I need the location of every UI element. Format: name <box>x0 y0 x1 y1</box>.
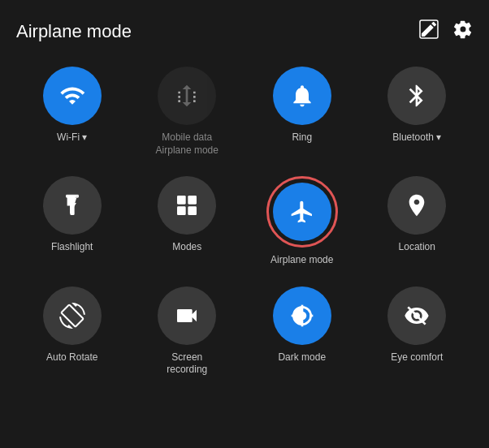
flashlight-circle <box>43 176 102 235</box>
tile-eye-comfort[interactable]: Eye comfort <box>361 286 474 377</box>
flashlight-label: Flashlight <box>51 241 93 254</box>
airplane-label: Airplane mode <box>270 254 333 267</box>
modes-circle <box>158 176 216 235</box>
svg-rect-1 <box>66 195 79 198</box>
wifi-label: Wi-Fi ▾ <box>57 131 87 144</box>
bluetooth-label: Bluetooth ▾ <box>392 131 441 144</box>
tile-ring[interactable]: Ring <box>246 67 358 157</box>
modes-label: Modes <box>172 241 201 254</box>
header-actions <box>419 19 473 44</box>
svg-point-9 <box>301 314 304 317</box>
eye-comfort-label: Eye comfort <box>391 351 443 364</box>
settings-icon[interactable] <box>453 19 473 44</box>
edit-icon[interactable] <box>419 19 439 44</box>
screen-recording-circle <box>158 286 216 345</box>
tile-bluetooth[interactable]: Bluetooth ▾ <box>361 67 474 157</box>
svg-rect-6 <box>188 207 197 216</box>
tiles-grid: Wi-Fi ▾ Mobile dataAirplane mode Ring Bl… <box>16 67 473 377</box>
tile-dark-mode[interactable]: Dark mode <box>246 286 358 377</box>
tile-modes[interactable]: Modes <box>132 176 244 267</box>
svg-rect-3 <box>177 196 186 205</box>
eye-comfort-circle <box>387 286 446 345</box>
tile-mobile-data[interactable]: Mobile dataAirplane mode <box>132 67 244 157</box>
auto-rotate-label: Auto Rotate <box>46 351 97 364</box>
header: Airplane mode <box>16 19 473 44</box>
location-label: Location <box>399 241 435 254</box>
svg-rect-4 <box>188 196 197 205</box>
tile-location[interactable]: Location <box>361 176 474 267</box>
airplane-circle <box>273 183 331 241</box>
mobile-data-label: Mobile dataAirplane mode <box>156 131 219 157</box>
location-circle <box>387 176 446 235</box>
ring-circle <box>273 67 331 125</box>
tile-airplane[interactable]: Airplane mode <box>246 176 358 267</box>
ring-label: Ring <box>292 131 312 144</box>
bluetooth-circle <box>387 67 446 125</box>
tile-flashlight[interactable]: Flashlight <box>16 176 128 267</box>
auto-rotate-circle <box>43 286 102 345</box>
screen-recording-label: Screenrecording <box>167 351 207 377</box>
airplane-ring <box>266 176 338 248</box>
quick-settings-panel: Airplane mode Wi-Fi ▾ <box>0 0 489 390</box>
dark-mode-circle <box>273 286 331 345</box>
svg-rect-5 <box>177 207 186 216</box>
tile-auto-rotate[interactable]: Auto Rotate <box>16 286 128 377</box>
tile-wifi[interactable]: Wi-Fi ▾ <box>16 67 128 157</box>
svg-rect-2 <box>70 205 74 215</box>
mobile-data-circle <box>158 67 216 125</box>
page-title: Airplane mode <box>16 21 132 42</box>
dark-mode-label: Dark mode <box>278 351 326 364</box>
wifi-circle <box>43 67 102 125</box>
tile-screen-recording[interactable]: Screenrecording <box>132 286 244 377</box>
